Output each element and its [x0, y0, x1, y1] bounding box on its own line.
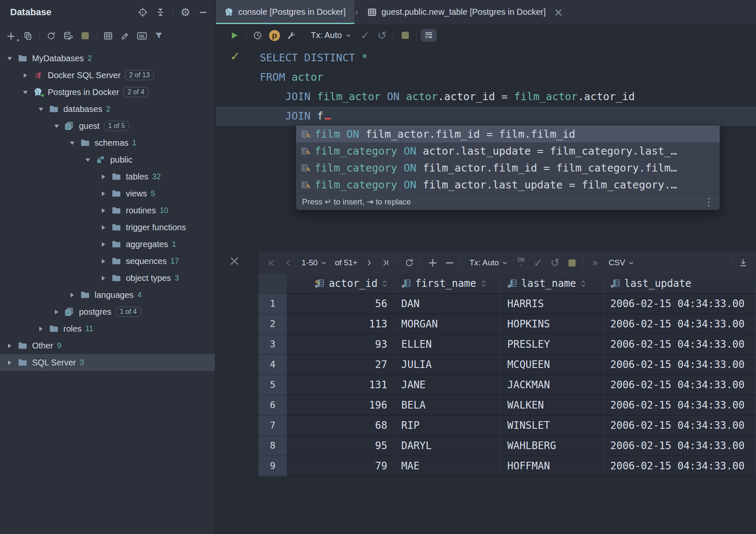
chevron-down-icon[interactable] [22, 89, 29, 95]
tree-item-mydatabases[interactable]: MyDatabases2 [0, 50, 215, 67]
results-view-icon[interactable] [421, 28, 437, 43]
grid-cell[interactable]: 27 [287, 355, 394, 375]
tree-item-postgres-in-docker[interactable]: Postgres in Docker2 of 4 [0, 84, 215, 101]
grid-cell[interactable]: MCQUEEN [500, 355, 604, 375]
completion-item-film-category[interactable]: film_category ON actor.last_update = fil… [296, 142, 720, 159]
tree-item-public[interactable]: public [0, 151, 215, 168]
grid-cell[interactable]: 131 [287, 375, 394, 395]
grid-cell[interactable]: JANE [394, 375, 500, 395]
tx-mode-select[interactable]: Tx: Auto [307, 29, 356, 42]
chevron-down-icon[interactable] [68, 140, 76, 146]
grid-cell[interactable]: 2006-02-15 04:34:33.00 [604, 314, 756, 335]
grid-cell[interactable]: 2006-02-15 04:34:33.00 [604, 355, 756, 375]
tree-item-sql-server[interactable]: SQL Server3 [0, 354, 215, 371]
column-header-last-update[interactable]: last_update [604, 274, 756, 294]
chevron-down-icon[interactable] [84, 157, 92, 163]
grid-cell[interactable]: 196 [287, 395, 394, 416]
last-page-icon[interactable] [378, 255, 394, 270]
grid-cell[interactable]: WINSLET [500, 416, 604, 436]
tree-item-databases[interactable]: databases2 [0, 101, 215, 117]
completion-item-film-category[interactable]: film_category ON film_actor.last_update … [296, 176, 720, 193]
grid-cell[interactable]: HOPKINS [500, 314, 604, 335]
row-number[interactable]: 2 [258, 314, 287, 335]
grid-cell[interactable]: JACKMAN [500, 375, 604, 395]
sort-arrows-icon[interactable] [382, 280, 387, 287]
page-range-select[interactable]: 1-50 [297, 256, 331, 269]
filter-icon[interactable] [151, 28, 166, 44]
grid-cell[interactable]: 93 [287, 335, 394, 355]
row-number[interactable]: 5 [258, 375, 287, 395]
stop-icon[interactable] [397, 28, 413, 43]
tree-item-schemas[interactable]: schemas1 [0, 134, 215, 151]
row-add-icon[interactable]: + [425, 255, 440, 270]
chevron-right-icon[interactable] [100, 224, 107, 231]
chevron-right-icon[interactable] [53, 309, 60, 315]
row-number[interactable]: 1 [258, 294, 287, 314]
run-icon[interactable] [227, 28, 242, 43]
tree-item-docker-sql-server[interactable]: Docker SQL Server2 of 13 [0, 67, 215, 84]
grid-cell[interactable]: 2006-02-15 04:34:33.00 [604, 436, 756, 456]
collapse-all-icon[interactable] [153, 5, 168, 20]
grid-cell[interactable]: RIP [394, 416, 500, 436]
history-clock-icon[interactable] [250, 28, 265, 43]
chevron-right-icon[interactable] [100, 275, 107, 281]
next-page-icon[interactable] [362, 255, 377, 270]
grid-cell[interactable]: JULIA [394, 355, 500, 375]
row-number[interactable]: 8 [258, 436, 287, 456]
grid-cell[interactable]: 2006-02-15 04:34:33.00 [604, 456, 756, 477]
grid-cell[interactable]: HOFFMAN [500, 456, 604, 477]
chevron-down-icon[interactable] [53, 123, 60, 129]
tree-item-sequences[interactable]: sequences17 [0, 253, 215, 270]
column-header-actor-id[interactable]: actor_id [287, 274, 394, 294]
grid-cell[interactable]: WALKEN [500, 395, 604, 416]
completion-item-film-category[interactable]: film_category ON film_actor.film_id = fi… [296, 159, 720, 176]
chevron-right-icon[interactable] [100, 191, 107, 197]
rollback-icon[interactable]: ↺ [374, 28, 389, 43]
edit-pencil-icon[interactable] [117, 28, 133, 44]
grid-cell[interactable]: MORGAN [394, 314, 500, 335]
refresh-icon[interactable] [44, 28, 59, 44]
duplicate-icon[interactable] [20, 28, 35, 44]
grid-cell[interactable]: MAE [394, 456, 500, 477]
prev-page-icon[interactable] [280, 255, 296, 270]
chevron-right-icon[interactable] [100, 241, 107, 248]
chevron-right-icon[interactable] [6, 343, 14, 349]
grid-cell[interactable]: 113 [287, 314, 394, 335]
row-number[interactable]: 7 [258, 416, 287, 436]
row-number[interactable]: 6 [258, 395, 287, 416]
row-number[interactable]: 4 [258, 355, 287, 375]
chevrons-right-icon[interactable]: » [587, 255, 603, 270]
stop-icon[interactable] [77, 28, 92, 44]
grid-cell[interactable]: 2006-02-15 04:34:33.00 [604, 416, 756, 436]
row-delete-icon[interactable]: − [442, 255, 457, 270]
first-page-icon[interactable] [264, 255, 279, 270]
rollback-icon[interactable]: ↺ [547, 255, 563, 270]
tree-item-postgres[interactable]: postgres1 of 4 [0, 303, 215, 320]
tree-item-languages[interactable]: languages4 [0, 286, 215, 303]
grid-cell[interactable]: PRESLEY [500, 335, 604, 355]
hide-icon[interactable] [196, 5, 211, 20]
chevron-right-icon[interactable] [68, 292, 76, 298]
settings-gear-icon[interactable]: ⚙ [178, 5, 193, 20]
tree-item-tables[interactable]: tables32 [0, 168, 215, 185]
grid-cell[interactable]: 2006-02-15 04:34:33.00 [604, 395, 756, 416]
tab-console[interactable]: console [Postgres in Docker] [216, 0, 354, 24]
db-submit-icon[interactable]: DB↑ [514, 255, 529, 270]
grid-cell[interactable]: 2006-02-15 04:34:33.00 [604, 375, 756, 395]
column-header-last-name[interactable]: last_name [500, 274, 604, 294]
stop-icon[interactable] [564, 255, 579, 270]
table-view-icon[interactable] [101, 28, 116, 44]
add-icon[interactable]: +▾ [3, 28, 19, 44]
wrench-icon[interactable] [284, 28, 299, 43]
row-number[interactable]: 9 [258, 456, 287, 477]
chevron-down-icon[interactable] [37, 106, 45, 112]
grid-cell[interactable]: DAN [394, 294, 500, 314]
tree-item-aggregates[interactable]: aggregates1 [0, 236, 215, 253]
grid-cell[interactable]: 68 [287, 416, 394, 436]
grid-cell[interactable]: 79 [287, 456, 394, 477]
completion-item-film[interactable]: film ON film_actor.film_id = film.film_i… [296, 125, 720, 142]
chevron-down-icon[interactable] [6, 55, 14, 61]
grid-cell[interactable]: HARRIS [500, 294, 604, 314]
download-icon[interactable] [736, 255, 751, 270]
chevron-right-icon[interactable] [37, 326, 45, 332]
